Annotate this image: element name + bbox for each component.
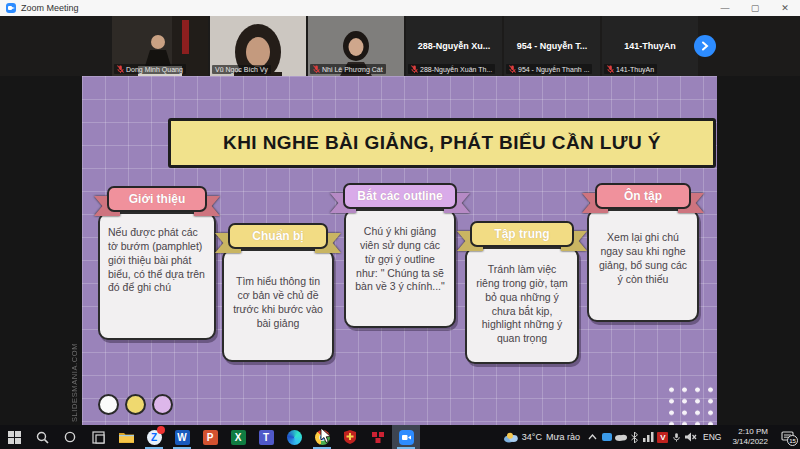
tray-expand-button[interactable]	[586, 425, 600, 449]
card-heading: Bắt các outline	[343, 183, 457, 209]
edge-button[interactable]	[280, 425, 308, 449]
teams-button[interactable]: T	[252, 425, 280, 449]
mic-muted-icon	[313, 65, 320, 73]
card-heading: Ôn tập	[595, 183, 691, 209]
participant-name: 141-ThuyAn	[616, 66, 654, 73]
notification-count: 15	[787, 435, 798, 446]
close-button[interactable]: ✕	[770, 0, 800, 16]
task-view-button[interactable]	[84, 425, 112, 449]
weather-widget[interactable]: 34°C Mưa rào	[504, 432, 580, 443]
tray-unikey[interactable]: V	[656, 425, 670, 449]
decorative-circles	[98, 394, 173, 415]
edge-icon	[287, 430, 302, 445]
word-icon: W	[175, 430, 190, 445]
weather-cloud-icon	[504, 432, 518, 443]
clock-date: 3/14/2022	[732, 437, 768, 447]
shared-screen-area: KHI NGHE BÀI GIẢNG, PHÁT BIỂU CẦN LƯU Ý …	[0, 76, 800, 425]
search-icon	[36, 431, 49, 444]
weather-desc: Mưa rào	[546, 432, 580, 442]
zalo-notification-badge	[157, 426, 165, 434]
participant-name: Dong Minh Quang	[126, 66, 183, 73]
bluetooth-icon	[631, 432, 638, 443]
tray-microphone[interactable]	[670, 425, 684, 449]
card-body-text: Chú ý khi giảng viên sử dụng các từ gợi …	[344, 209, 456, 328]
game-app-button[interactable]	[364, 425, 392, 449]
file-explorer-button[interactable]	[112, 425, 140, 449]
tray-app-blue[interactable]	[600, 425, 614, 449]
speaker-muted-icon	[685, 432, 697, 442]
powerpoint-icon: P	[203, 430, 218, 445]
word-button[interactable]: W	[168, 425, 196, 449]
tray-volume-muted[interactable]	[684, 425, 698, 449]
participant-tile-video[interactable]: Dong Minh Quang	[112, 16, 208, 76]
participant-name: 954 - Nguyễn Thanh ...	[518, 66, 589, 73]
card-body-text: Tránh làm việc riêng trong giờ, tạm bỏ q…	[465, 247, 579, 364]
teams-icon: T	[259, 430, 274, 445]
participant-name: Nhi Lê Phương Cát	[322, 66, 383, 73]
circle-yellow	[125, 394, 146, 415]
participant-name: 288-Nguyễn Xuân Th...	[420, 66, 492, 73]
window-titlebar: Zoom Meeting — ▢ ✕	[0, 0, 800, 16]
shield-icon	[344, 430, 356, 444]
window-title: Zoom Meeting	[21, 3, 79, 13]
participant-tile-audio[interactable]: 141-ThuyAn 141-ThuyAn	[602, 16, 698, 76]
circle-lavender	[152, 394, 173, 415]
card-body-text: Nếu được phát các tờ bướm (pamphlet) giớ…	[98, 212, 216, 340]
start-button[interactable]	[0, 425, 28, 449]
circle-white	[98, 394, 119, 415]
card-body-text: Xem lại ghi chú ngay sau khi nghe giảng,…	[587, 209, 699, 322]
zoom-app-icon	[6, 3, 16, 13]
tray-onedrive[interactable]	[614, 425, 628, 449]
cortana-button[interactable]	[56, 425, 84, 449]
minimize-button[interactable]: —	[710, 0, 740, 16]
mic-muted-icon	[117, 65, 124, 73]
blue-app-icon	[602, 433, 612, 441]
excel-button[interactable]: X	[224, 425, 252, 449]
card-heading: Chuẩn bị	[228, 223, 328, 249]
file-explorer-icon	[119, 431, 134, 444]
next-participants-button[interactable]	[694, 35, 716, 57]
maximize-button[interactable]: ▢	[740, 0, 770, 16]
antivirus-button[interactable]	[336, 425, 364, 449]
slidesmania-watermark: SLIDESMANIA.COM	[70, 330, 79, 422]
card-heading: Giới thiệu	[107, 186, 207, 212]
action-center-button[interactable]: 15	[774, 425, 800, 449]
weather-temp: 34°C	[522, 432, 542, 442]
onedrive-cloud-icon	[615, 433, 627, 441]
language-indicator[interactable]: ENG	[698, 432, 726, 442]
unikey-v-icon: V	[657, 432, 668, 443]
zoom-icon	[399, 430, 414, 445]
participant-name: Vũ Ngọc Bích Vy	[215, 66, 268, 73]
search-button[interactable]	[28, 425, 56, 449]
zalo-button[interactable]: Z	[140, 425, 168, 449]
zoom-taskbar-button[interactable]	[392, 425, 420, 449]
clock[interactable]: 2:10 PM 3/14/2022	[726, 427, 774, 447]
chevron-up-icon	[588, 434, 597, 440]
excel-icon: X	[231, 430, 246, 445]
clock-time: 2:10 PM	[732, 427, 768, 437]
windows-taskbar: Z W P X T	[0, 425, 800, 449]
presentation-slide: KHI NGHE BÀI GIẢNG, PHÁT BIỂU CẦN LƯU Ý …	[82, 76, 717, 425]
card-heading: Tập trung	[470, 221, 574, 247]
participant-tile-audio[interactable]: 954 - Nguyễn T... 954 - Nguyễn Thanh ...	[504, 16, 600, 76]
video-strip: Dong Minh Quang Vũ Ngọc Bích Vy Nhi Lê P…	[0, 16, 800, 76]
tray-network[interactable]	[642, 425, 656, 449]
mouse-cursor	[320, 428, 332, 444]
powerpoint-button[interactable]: P	[196, 425, 224, 449]
network-signal-icon	[643, 432, 654, 442]
decorative-dot-grid	[663, 382, 715, 426]
cortana-icon	[64, 431, 76, 443]
game-app-icon	[371, 431, 385, 444]
mic-muted-icon	[411, 65, 418, 73]
mic-muted-icon	[607, 65, 614, 73]
tray-bluetooth[interactable]	[628, 425, 642, 449]
windows-logo-icon	[8, 431, 21, 444]
participant-tile-video-active[interactable]: Vũ Ngọc Bích Vy	[210, 16, 306, 76]
microphone-icon	[673, 432, 680, 443]
mic-muted-icon	[509, 65, 516, 73]
slide-title: KHI NGHE BÀI GIẢNG, PHÁT BIỂU CẦN LƯU Ý	[168, 118, 716, 168]
participant-tile-audio[interactable]: 288-Nguyễn Xu... 288-Nguyễn Xuân Th...	[406, 16, 502, 76]
card-body-text: Tìm hiểu thông tin cơ bản về chủ đề trướ…	[222, 249, 334, 362]
participant-tile-video[interactable]: Nhi Lê Phương Cát	[308, 16, 404, 76]
chevron-right-icon	[700, 41, 710, 51]
